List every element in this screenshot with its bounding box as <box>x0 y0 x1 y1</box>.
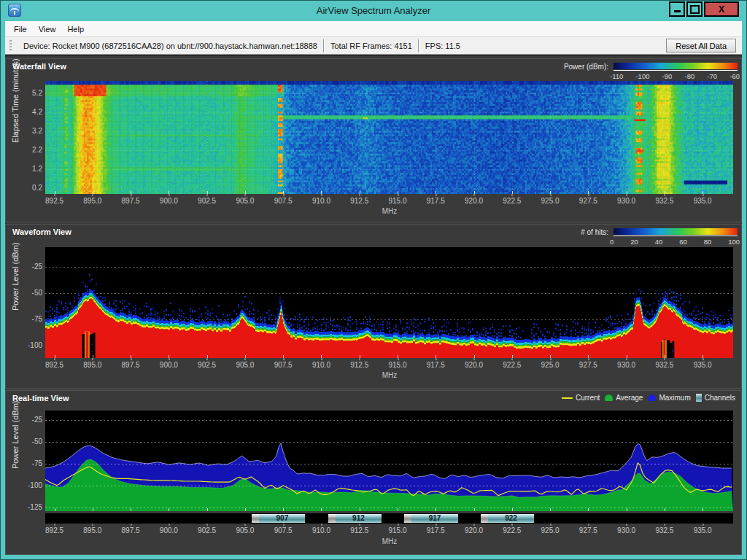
waterfall-x-axis-unit: MHz <box>382 207 398 215</box>
channel-band-917[interactable]: 917 <box>404 514 457 523</box>
channel-band-922[interactable]: 922 <box>481 514 534 523</box>
current-swatch-icon <box>562 397 573 399</box>
x-axis-tick-label: 912.5 <box>350 197 368 205</box>
x-axis-tick-label: 902.5 <box>198 361 216 369</box>
minimize-button[interactable] <box>669 1 685 17</box>
waterfall-y-ticks: 5.24.23.22.21.20.2 <box>12 81 45 194</box>
x-axis-tick-label: 895.0 <box>83 361 101 369</box>
legend-item-current: Current <box>562 394 600 402</box>
color-scale-tick-label: -70 <box>707 72 717 80</box>
color-scale-tick-label: 40 <box>655 238 663 246</box>
legend-label: Current <box>576 394 600 402</box>
airview-window: AirView Spectrum Analyzer X File View He… <box>0 0 747 560</box>
y-axis-tick-label: 4.2 <box>32 108 42 116</box>
menu-help[interactable]: Help <box>61 23 90 36</box>
x-axis-tick-label: 925.0 <box>541 526 560 534</box>
x-axis-tick-label: 927.5 <box>579 197 597 205</box>
y-axis-tick-label: -25 <box>32 416 42 424</box>
x-axis-tick-label: 915.0 <box>388 361 406 369</box>
channel-marker-icon <box>481 514 488 523</box>
color-scale-tick-label: -60 <box>729 72 740 80</box>
channels-swatch-icon <box>696 394 702 402</box>
maximize-button[interactable] <box>686 1 703 17</box>
legend-label: Average <box>616 394 643 402</box>
channel-marker-icon <box>252 514 259 523</box>
x-axis-tick-label: 902.5 <box>198 197 216 205</box>
y-axis-tick-label: -25 <box>32 262 42 271</box>
x-axis-tick-label: 922.5 <box>503 197 521 205</box>
x-axis-tick-label: 930.0 <box>617 526 635 534</box>
x-axis-tick-label: 920.0 <box>465 197 483 205</box>
color-scale-tick-label: -110 <box>610 72 623 80</box>
power-scale-ticks: -110-100-90-80-70-60 <box>610 72 740 80</box>
x-axis-tick-label: 900.0 <box>160 361 178 369</box>
maximize-icon <box>690 5 700 14</box>
x-axis-tick-label: 892.5 <box>45 197 63 205</box>
realtime-y-ticks: -25-50-75-100-125 <box>12 411 45 511</box>
legend-label: Maximum <box>659 394 690 402</box>
legend-item-average: Average <box>605 394 643 402</box>
x-axis-tick-label: 922.5 <box>503 361 521 369</box>
channel-label: 907 <box>259 514 305 523</box>
x-axis-tick-label: 907.5 <box>274 526 293 534</box>
toolbar-grip-icon[interactable] <box>9 40 12 52</box>
color-scale-tick-label: -80 <box>684 72 694 80</box>
x-axis-tick-label: 910.0 <box>312 526 330 534</box>
close-button[interactable]: X <box>704 1 739 17</box>
color-scale-tick-label: 20 <box>630 238 638 246</box>
channel-label: 917 <box>411 514 457 523</box>
x-axis-tick-label: 922.5 <box>503 526 521 534</box>
channel-label: 912 <box>336 514 382 523</box>
x-axis-tick-label: 915.0 <box>388 526 406 534</box>
channel-marker-icon <box>328 514 336 523</box>
rf-frames-count: Total RF Frames: 4151 <box>325 42 418 50</box>
x-axis-tick-label: 905.0 <box>236 197 254 205</box>
menu-file[interactable]: File <box>8 23 33 36</box>
color-scale-tick-label: -90 <box>662 72 673 80</box>
waveform-y-ticks: -25-50-75-100 <box>12 247 45 358</box>
x-axis-tick-label: 910.0 <box>312 361 330 369</box>
menu-view[interactable]: View <box>33 23 62 36</box>
x-axis-tick-label: 932.5 <box>655 526 673 534</box>
x-axis-tick-label: 925.0 <box>541 197 560 205</box>
x-axis-tick-label: 902.5 <box>198 526 216 534</box>
y-axis-tick-label: 2.2 <box>32 146 42 154</box>
x-axis-tick-label: 912.5 <box>350 526 368 534</box>
x-axis-tick-label: 900.0 <box>160 197 178 205</box>
legend-label: Channels <box>705 394 735 402</box>
realtime-spectrum-canvas <box>45 411 733 511</box>
main-content: Waterfall View Power (dBm): -110-100-90-… <box>5 55 742 555</box>
x-axis-tick-label: 935.0 <box>694 526 712 534</box>
x-axis-tick-label: 930.0 <box>617 197 635 205</box>
legend-item-maximum: Maximum <box>648 394 690 402</box>
x-axis-tick-label: 897.5 <box>122 526 140 534</box>
waterfall-heatmap-canvas <box>45 81 733 194</box>
color-scale-tick-label: 80 <box>704 238 712 246</box>
waveform-x-axis-unit: MHz <box>382 371 398 379</box>
power-color-scale <box>614 63 738 71</box>
channel-marker-icon <box>404 514 411 523</box>
y-axis-tick-label: -100 <box>28 341 42 349</box>
x-axis-tick-label: 915.0 <box>388 197 406 205</box>
minimize-icon <box>674 10 681 12</box>
x-axis-tick-label: 905.0 <box>236 361 254 369</box>
y-axis-tick-label: 1.2 <box>32 165 42 173</box>
y-axis-tick-label: 0.2 <box>32 184 42 192</box>
hits-scale-ticks: 020406080100 <box>610 238 740 246</box>
color-scale-tick-label: 0 <box>610 238 614 246</box>
x-axis-tick-label: 907.5 <box>274 197 293 205</box>
waveform-panel-title: Waveform View <box>12 228 71 236</box>
y-axis-tick-label: -50 <box>32 289 42 297</box>
channel-band-912[interactable]: 912 <box>328 514 382 523</box>
reset-all-data-button[interactable]: Reset All Data <box>666 39 736 52</box>
y-axis-tick-label: 3.2 <box>32 127 42 135</box>
x-axis-tick-label: 925.0 <box>541 361 560 369</box>
x-axis-tick-label: 927.5 <box>579 526 597 534</box>
y-axis-tick-label: -100 <box>28 481 42 489</box>
x-axis-tick-label: 932.5 <box>655 197 673 205</box>
y-axis-tick-label: -75 <box>32 459 42 467</box>
x-axis-tick-label: 905.0 <box>236 526 254 534</box>
x-axis-tick-label: 930.0 <box>617 361 635 369</box>
channel-band-907[interactable]: 907 <box>252 514 305 523</box>
x-axis-tick-label: 920.0 <box>465 526 483 534</box>
